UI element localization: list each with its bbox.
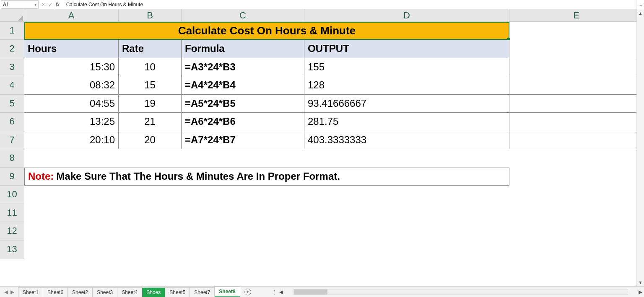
row-header-7[interactable]: 7 — [0, 131, 24, 150]
cell-B5[interactable]: 19 — [119, 95, 182, 113]
cell-C7[interactable]: =A7*24*B7 — [182, 131, 304, 150]
cell-B8[interactable] — [119, 149, 182, 168]
cell-A8[interactable] — [24, 149, 119, 168]
hscroll-track[interactable] — [293, 289, 628, 295]
scroll-up-icon[interactable]: ▲ — [637, 9, 644, 17]
cell-C11[interactable] — [182, 204, 304, 222]
cell-E5[interactable] — [509, 95, 644, 113]
cell-B3[interactable]: 10 — [119, 58, 182, 77]
formula-bar-expand-icon[interactable]: ⌄ — [636, 0, 644, 9]
insert-function-icon[interactable]: fx — [56, 1, 60, 8]
row-header-13[interactable]: 13 — [0, 240, 24, 259]
header-formula[interactable]: Formula — [182, 40, 304, 58]
sheet-tab-sheet8[interactable]: Sheet8 — [214, 287, 240, 297]
cell-D7[interactable]: 403.3333333 — [304, 131, 509, 150]
row-header-12[interactable]: 12 — [0, 222, 24, 240]
cell-B10[interactable] — [119, 186, 182, 204]
cell-A4[interactable]: 08:32 — [24, 76, 119, 95]
cell-C10[interactable] — [182, 186, 304, 204]
sheet-tab-shoes[interactable]: Shoes — [142, 287, 165, 297]
cell-E12[interactable] — [509, 222, 644, 240]
cell-C5[interactable]: =A5*24*B5 — [182, 95, 304, 113]
row-header-11[interactable]: 11 — [0, 204, 24, 222]
cell-D11[interactable] — [304, 204, 509, 222]
row-header-2[interactable]: 2 — [0, 40, 24, 58]
title-cell[interactable]: Calculate Cost On Hours & Minute — [24, 22, 509, 40]
cell-E6[interactable] — [509, 113, 644, 131]
cell-D6[interactable]: 281.75 — [304, 113, 509, 131]
scroll-down-icon[interactable]: ▼ — [637, 279, 644, 286]
hscroll-left-icon[interactable]: ◀ — [278, 289, 285, 295]
row-header-4[interactable]: 4 — [0, 76, 24, 95]
enter-formula-icon[interactable]: ✓ — [48, 2, 52, 8]
tabs-nav-prev-icon[interactable]: ◀ — [4, 289, 8, 295]
name-box-dropdown-icon[interactable]: ▾ — [34, 2, 36, 7]
cell-C12[interactable] — [182, 222, 304, 240]
cell-A12[interactable] — [24, 222, 119, 240]
sheet-tab-sheet1[interactable]: Sheet1 — [18, 287, 43, 297]
cell-B4[interactable]: 15 — [119, 76, 182, 95]
col-header-C[interactable]: C — [182, 9, 304, 21]
cell-E7[interactable] — [509, 131, 644, 150]
cell-B12[interactable] — [119, 222, 182, 240]
add-sheet-button[interactable]: + — [240, 287, 255, 297]
sheet-tab-sheet4[interactable]: Sheet4 — [117, 287, 142, 297]
cell-E8[interactable] — [509, 149, 644, 168]
sheet-tab-sheet7[interactable]: Sheet7 — [190, 287, 215, 297]
cell-C6[interactable]: =A6*24*B6 — [182, 113, 304, 131]
sheet-tab-sheet5[interactable]: Sheet5 — [165, 287, 190, 297]
select-all-corner[interactable] — [0, 9, 24, 21]
row-header-8[interactable]: 8 — [0, 149, 24, 168]
cell-D3[interactable]: 155 — [304, 58, 509, 77]
cell-C4[interactable]: =A4*24*B4 — [182, 76, 304, 95]
row-header-10[interactable]: 10 — [0, 186, 24, 204]
sheet-tab-sheet3[interactable]: Sheet3 — [92, 287, 117, 297]
cell-E2[interactable] — [509, 40, 644, 58]
cell-C13[interactable] — [182, 240, 304, 259]
cell-E10[interactable] — [509, 186, 644, 204]
cell-A11[interactable] — [24, 204, 119, 222]
hscroll-thumb[interactable] — [294, 289, 327, 294]
cell-B6[interactable]: 21 — [119, 113, 182, 131]
cell-B7[interactable]: 20 — [119, 131, 182, 150]
cell-E1[interactable] — [509, 22, 644, 40]
row-header-9[interactable]: 9 — [0, 168, 24, 186]
sheet-tab-sheet6[interactable]: Sheet6 — [43, 287, 68, 297]
cell-B11[interactable] — [119, 204, 182, 222]
cell-E13[interactable] — [509, 240, 644, 259]
row-header-3[interactable]: 3 — [0, 58, 24, 77]
vertical-scrollbar[interactable]: ▲ ▼ — [636, 9, 644, 286]
note-cell[interactable]: Note: Make Sure That The Hours & Minutes… — [24, 168, 509, 186]
col-header-A[interactable]: A — [24, 9, 119, 21]
row-header-6[interactable]: 6 — [0, 113, 24, 131]
cell-D10[interactable] — [304, 186, 509, 204]
formula-bar-content[interactable]: Calculate Cost On Hours & Minute — [63, 2, 636, 8]
cell-E3[interactable] — [509, 58, 644, 77]
cell-C3[interactable]: =A3*24*B3 — [182, 58, 304, 77]
row-header-1[interactable]: 1 — [0, 22, 24, 40]
cell-A3[interactable]: 15:30 — [24, 58, 119, 77]
cell-B13[interactable] — [119, 240, 182, 259]
cell-A10[interactable] — [24, 186, 119, 204]
cell-C8[interactable] — [182, 149, 304, 168]
header-hours[interactable]: Hours — [24, 40, 119, 58]
cell-E11[interactable] — [509, 204, 644, 222]
cell-A7[interactable]: 20:10 — [24, 131, 119, 150]
col-header-D[interactable]: D — [304, 9, 509, 21]
cell-A5[interactable]: 04:55 — [24, 95, 119, 113]
tabs-nav-next-icon[interactable]: ▶ — [10, 289, 14, 295]
name-box[interactable]: A1 ▾ — [1, 0, 39, 9]
tab-split-handle-icon[interactable]: ⋮ — [272, 289, 278, 295]
header-rate[interactable]: Rate — [119, 40, 182, 58]
cell-E4[interactable] — [509, 76, 644, 95]
sheet-tab-sheet2[interactable]: Sheet2 — [68, 287, 93, 297]
col-header-E[interactable]: E — [509, 9, 644, 21]
cell-A6[interactable]: 13:25 — [24, 113, 119, 131]
cell-D12[interactable] — [304, 222, 509, 240]
cell-A13[interactable] — [24, 240, 119, 259]
cell-E9[interactable] — [509, 168, 644, 186]
header-output[interactable]: OUTPUT — [304, 40, 509, 58]
cell-D4[interactable]: 128 — [304, 76, 509, 95]
col-header-B[interactable]: B — [119, 9, 182, 21]
hscroll-right-icon[interactable]: ▶ — [636, 289, 644, 295]
